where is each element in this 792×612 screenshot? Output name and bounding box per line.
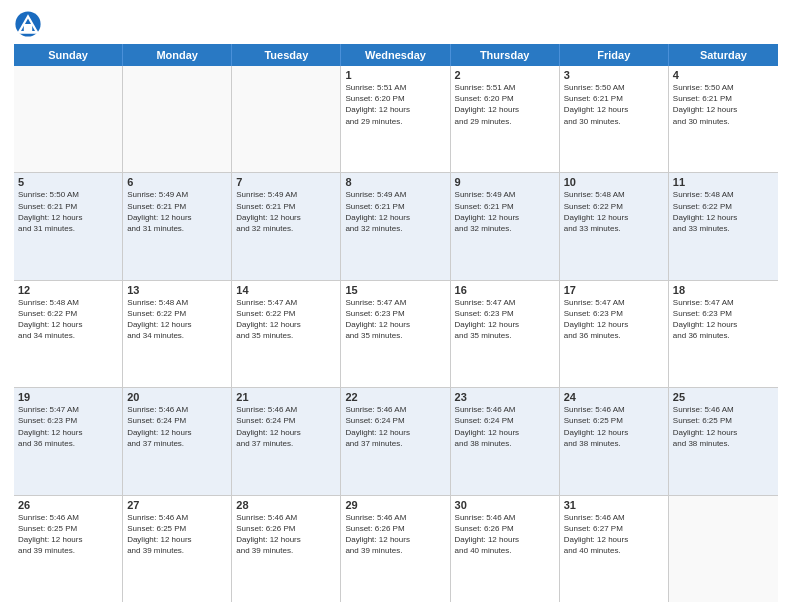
day-info: Sunrise: 5:48 AM Sunset: 6:22 PM Dayligh… [673, 189, 774, 234]
day-cell-22: 22Sunrise: 5:46 AM Sunset: 6:24 PM Dayli… [341, 388, 450, 494]
day-info: Sunrise: 5:48 AM Sunset: 6:22 PM Dayligh… [18, 297, 118, 342]
day-info: Sunrise: 5:47 AM Sunset: 6:23 PM Dayligh… [18, 404, 118, 449]
day-cell-10: 10Sunrise: 5:48 AM Sunset: 6:22 PM Dayli… [560, 173, 669, 279]
day-info: Sunrise: 5:46 AM Sunset: 6:25 PM Dayligh… [127, 512, 227, 557]
day-cell-17: 17Sunrise: 5:47 AM Sunset: 6:23 PM Dayli… [560, 281, 669, 387]
day-info: Sunrise: 5:48 AM Sunset: 6:22 PM Dayligh… [564, 189, 664, 234]
day-info: Sunrise: 5:47 AM Sunset: 6:23 PM Dayligh… [673, 297, 774, 342]
day-info: Sunrise: 5:49 AM Sunset: 6:21 PM Dayligh… [455, 189, 555, 234]
header-day-monday: Monday [123, 44, 232, 66]
day-info: Sunrise: 5:47 AM Sunset: 6:23 PM Dayligh… [345, 297, 445, 342]
week-row-2: 5Sunrise: 5:50 AM Sunset: 6:21 PM Daylig… [14, 173, 778, 280]
header-day-sunday: Sunday [14, 44, 123, 66]
day-info: Sunrise: 5:51 AM Sunset: 6:20 PM Dayligh… [455, 82, 555, 127]
day-cell-5: 5Sunrise: 5:50 AM Sunset: 6:21 PM Daylig… [14, 173, 123, 279]
empty-cell [669, 496, 778, 602]
day-number: 15 [345, 284, 445, 296]
week-row-1: 1Sunrise: 5:51 AM Sunset: 6:20 PM Daylig… [14, 66, 778, 173]
day-number: 8 [345, 176, 445, 188]
day-number: 2 [455, 69, 555, 81]
day-cell-3: 3Sunrise: 5:50 AM Sunset: 6:21 PM Daylig… [560, 66, 669, 172]
day-info: Sunrise: 5:46 AM Sunset: 6:25 PM Dayligh… [564, 404, 664, 449]
header-day-wednesday: Wednesday [341, 44, 450, 66]
day-info: Sunrise: 5:46 AM Sunset: 6:27 PM Dayligh… [564, 512, 664, 557]
day-info: Sunrise: 5:46 AM Sunset: 6:25 PM Dayligh… [18, 512, 118, 557]
day-number: 30 [455, 499, 555, 511]
day-info: Sunrise: 5:46 AM Sunset: 6:24 PM Dayligh… [345, 404, 445, 449]
day-number: 19 [18, 391, 118, 403]
logo-icon [14, 10, 42, 38]
week-row-5: 26Sunrise: 5:46 AM Sunset: 6:25 PM Dayli… [14, 496, 778, 602]
day-cell-15: 15Sunrise: 5:47 AM Sunset: 6:23 PM Dayli… [341, 281, 450, 387]
calendar-body: 1Sunrise: 5:51 AM Sunset: 6:20 PM Daylig… [14, 66, 778, 602]
day-number: 7 [236, 176, 336, 188]
day-number: 24 [564, 391, 664, 403]
day-cell-30: 30Sunrise: 5:46 AM Sunset: 6:26 PM Dayli… [451, 496, 560, 602]
day-cell-31: 31Sunrise: 5:46 AM Sunset: 6:27 PM Dayli… [560, 496, 669, 602]
day-cell-16: 16Sunrise: 5:47 AM Sunset: 6:23 PM Dayli… [451, 281, 560, 387]
day-number: 10 [564, 176, 664, 188]
day-number: 16 [455, 284, 555, 296]
day-cell-24: 24Sunrise: 5:46 AM Sunset: 6:25 PM Dayli… [560, 388, 669, 494]
day-info: Sunrise: 5:48 AM Sunset: 6:22 PM Dayligh… [127, 297, 227, 342]
header-day-thursday: Thursday [451, 44, 560, 66]
week-row-4: 19Sunrise: 5:47 AM Sunset: 6:23 PM Dayli… [14, 388, 778, 495]
day-number: 17 [564, 284, 664, 296]
day-number: 3 [564, 69, 664, 81]
day-cell-6: 6Sunrise: 5:49 AM Sunset: 6:21 PM Daylig… [123, 173, 232, 279]
day-info: Sunrise: 5:50 AM Sunset: 6:21 PM Dayligh… [673, 82, 774, 127]
day-number: 9 [455, 176, 555, 188]
day-number: 20 [127, 391, 227, 403]
calendar: SundayMondayTuesdayWednesdayThursdayFrid… [14, 44, 778, 602]
day-cell-18: 18Sunrise: 5:47 AM Sunset: 6:23 PM Dayli… [669, 281, 778, 387]
day-cell-26: 26Sunrise: 5:46 AM Sunset: 6:25 PM Dayli… [14, 496, 123, 602]
day-number: 5 [18, 176, 118, 188]
empty-cell [14, 66, 123, 172]
day-cell-14: 14Sunrise: 5:47 AM Sunset: 6:22 PM Dayli… [232, 281, 341, 387]
day-info: Sunrise: 5:46 AM Sunset: 6:24 PM Dayligh… [127, 404, 227, 449]
day-cell-23: 23Sunrise: 5:46 AM Sunset: 6:24 PM Dayli… [451, 388, 560, 494]
day-info: Sunrise: 5:46 AM Sunset: 6:26 PM Dayligh… [345, 512, 445, 557]
day-number: 29 [345, 499, 445, 511]
day-cell-4: 4Sunrise: 5:50 AM Sunset: 6:21 PM Daylig… [669, 66, 778, 172]
day-cell-29: 29Sunrise: 5:46 AM Sunset: 6:26 PM Dayli… [341, 496, 450, 602]
day-info: Sunrise: 5:46 AM Sunset: 6:26 PM Dayligh… [236, 512, 336, 557]
day-number: 31 [564, 499, 664, 511]
day-cell-11: 11Sunrise: 5:48 AM Sunset: 6:22 PM Dayli… [669, 173, 778, 279]
day-info: Sunrise: 5:49 AM Sunset: 6:21 PM Dayligh… [236, 189, 336, 234]
day-number: 22 [345, 391, 445, 403]
day-cell-12: 12Sunrise: 5:48 AM Sunset: 6:22 PM Dayli… [14, 281, 123, 387]
day-number: 6 [127, 176, 227, 188]
logo [14, 10, 46, 38]
day-number: 1 [345, 69, 445, 81]
day-cell-8: 8Sunrise: 5:49 AM Sunset: 6:21 PM Daylig… [341, 173, 450, 279]
day-info: Sunrise: 5:49 AM Sunset: 6:21 PM Dayligh… [345, 189, 445, 234]
day-number: 25 [673, 391, 774, 403]
day-info: Sunrise: 5:46 AM Sunset: 6:25 PM Dayligh… [673, 404, 774, 449]
day-number: 26 [18, 499, 118, 511]
day-info: Sunrise: 5:46 AM Sunset: 6:24 PM Dayligh… [455, 404, 555, 449]
header-day-friday: Friday [560, 44, 669, 66]
day-cell-25: 25Sunrise: 5:46 AM Sunset: 6:25 PM Dayli… [669, 388, 778, 494]
header-day-saturday: Saturday [669, 44, 778, 66]
day-cell-28: 28Sunrise: 5:46 AM Sunset: 6:26 PM Dayli… [232, 496, 341, 602]
page: SundayMondayTuesdayWednesdayThursdayFrid… [0, 0, 792, 612]
day-number: 13 [127, 284, 227, 296]
week-row-3: 12Sunrise: 5:48 AM Sunset: 6:22 PM Dayli… [14, 281, 778, 388]
day-number: 14 [236, 284, 336, 296]
day-number: 11 [673, 176, 774, 188]
day-cell-20: 20Sunrise: 5:46 AM Sunset: 6:24 PM Dayli… [123, 388, 232, 494]
day-cell-19: 19Sunrise: 5:47 AM Sunset: 6:23 PM Dayli… [14, 388, 123, 494]
day-info: Sunrise: 5:51 AM Sunset: 6:20 PM Dayligh… [345, 82, 445, 127]
day-number: 27 [127, 499, 227, 511]
day-cell-1: 1Sunrise: 5:51 AM Sunset: 6:20 PM Daylig… [341, 66, 450, 172]
day-info: Sunrise: 5:46 AM Sunset: 6:26 PM Dayligh… [455, 512, 555, 557]
day-cell-21: 21Sunrise: 5:46 AM Sunset: 6:24 PM Dayli… [232, 388, 341, 494]
day-number: 23 [455, 391, 555, 403]
day-cell-27: 27Sunrise: 5:46 AM Sunset: 6:25 PM Dayli… [123, 496, 232, 602]
header [14, 10, 778, 38]
day-info: Sunrise: 5:50 AM Sunset: 6:21 PM Dayligh… [564, 82, 664, 127]
day-info: Sunrise: 5:46 AM Sunset: 6:24 PM Dayligh… [236, 404, 336, 449]
day-info: Sunrise: 5:50 AM Sunset: 6:21 PM Dayligh… [18, 189, 118, 234]
empty-cell [123, 66, 232, 172]
